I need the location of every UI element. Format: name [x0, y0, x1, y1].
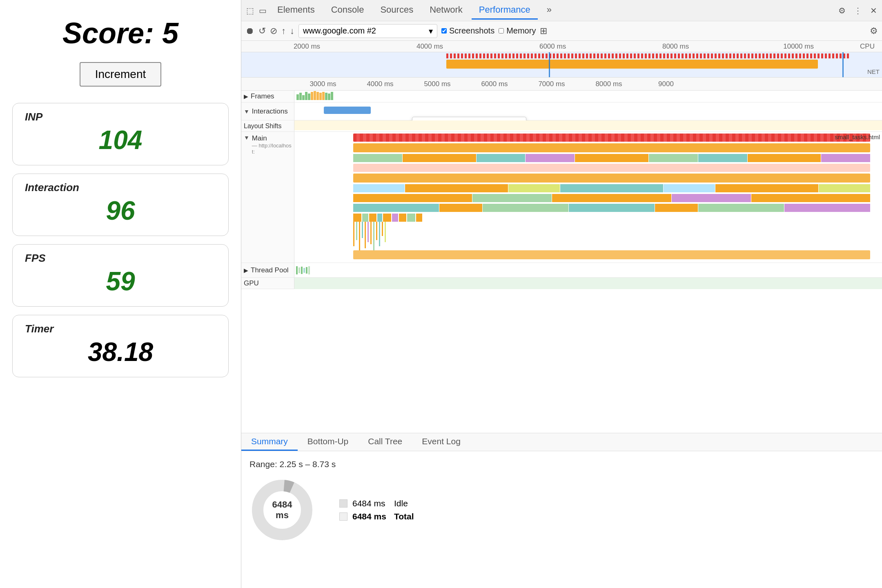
timeline-overview[interactable]: 2000 ms 4000 ms 6000 ms 8000 ms 10000 ms…: [241, 41, 882, 78]
clear-icon[interactable]: ⊘: [270, 26, 277, 36]
devtools-settings-icon[interactable]: ⚙: [870, 26, 878, 36]
download-icon[interactable]: ↓: [290, 26, 294, 36]
fps-card: FPS 59: [12, 244, 229, 307]
close-icon[interactable]: ✕: [869, 4, 879, 17]
tab-bottom-up[interactable]: Bottom-Up: [298, 433, 358, 451]
screenshots-checkbox[interactable]: [441, 28, 447, 33]
tab-event-log[interactable]: Event Log: [412, 433, 470, 451]
settings-icon[interactable]: ⚙: [837, 4, 847, 17]
tab-more[interactable]: »: [539, 1, 559, 20]
bottom-content: Range: 2.25 s – 8.73 s 6484 ms 6484 ms I…: [241, 451, 882, 588]
url-text: www.google.com #2: [303, 26, 376, 36]
layout-shifts-track-row: Layout Shifts: [241, 120, 882, 132]
thread-bar: [306, 267, 307, 274]
score-title: Score: 5: [62, 16, 178, 50]
refresh-icon[interactable]: ↺: [258, 26, 266, 36]
ruler-8000: 8000 ms: [614, 42, 737, 51]
frame-bar: [316, 92, 319, 100]
main-multicolor-2: [353, 184, 870, 192]
interaction-value: 96: [25, 196, 216, 226]
range-text: Range: 2.25 s – 8.73 s: [249, 459, 874, 469]
url-bar: www.google.com #2 ▾: [298, 24, 437, 38]
r-5000: 5000 ms: [409, 80, 466, 88]
timer-card: Timer 38.18: [12, 315, 229, 377]
tab-sources[interactable]: Sources: [373, 1, 421, 20]
fps-label: FPS: [25, 252, 216, 265]
donut-chart: 6484 ms: [249, 477, 315, 543]
main-sparse-bars: [353, 214, 870, 222]
capture-icon[interactable]: ⊞: [540, 26, 547, 36]
gpu-content: [294, 278, 882, 289]
tab-summary[interactable]: Summary: [241, 433, 298, 451]
timeline-panel[interactable]: 3000 ms 4000 ms 5000 ms 6000 ms 7000 ms …: [241, 78, 882, 433]
tab-call-tree[interactable]: Call Tree: [358, 433, 412, 451]
memory-label: Memory: [506, 26, 536, 36]
idle-label: Idle: [394, 499, 408, 508]
main-url: — http://localhost:: [252, 143, 292, 155]
memory-checkbox[interactable]: [499, 28, 504, 33]
frame-bar: [325, 93, 327, 100]
more-options-icon[interactable]: ⋮: [852, 4, 864, 17]
main-pink-row: [353, 164, 870, 172]
ruler-6000: 6000 ms: [491, 42, 614, 51]
r-8000: 8000 ms: [580, 80, 637, 88]
upload-icon[interactable]: ↑: [281, 26, 286, 36]
frames-track-row: ▶ Frames: [241, 91, 882, 102]
device-icon[interactable]: ▭: [257, 4, 268, 17]
main-multicolor-1: [353, 154, 870, 162]
memory-checkbox-label[interactable]: Memory: [499, 26, 536, 36]
score-label: Score:: [62, 17, 154, 49]
main-label-text: Main — http://localhost:: [252, 134, 292, 155]
frame-bar: [311, 92, 313, 100]
r-7000: 7000 ms: [523, 80, 580, 88]
ruler-4000: 4000 ms: [368, 42, 491, 51]
thread-bar: [298, 267, 300, 273]
interaction-tooltip: 68.10 ms Pointer Input delay 66ms Proces…: [412, 117, 526, 120]
summary-legend: 6484 ms Idle 6484 ms Total: [339, 499, 414, 521]
fps-value: 59: [25, 266, 216, 296]
interaction-label: Interaction: [25, 181, 216, 194]
inp-label: INP: [25, 111, 216, 123]
tab-performance[interactable]: Performance: [472, 1, 538, 20]
increment-button[interactable]: Increment: [80, 62, 162, 87]
url-dropdown-icon[interactable]: ▾: [429, 26, 433, 36]
screenshots-checkbox-label[interactable]: Screenshots: [441, 26, 494, 36]
main-thread-content[interactable]: small_tasks.html: [294, 132, 882, 263]
selection-start: [549, 52, 550, 78]
tab-console[interactable]: Console: [324, 1, 372, 20]
timeline-ruler: 3000 ms 4000 ms 5000 ms 6000 ms 7000 ms …: [241, 78, 882, 91]
main-bottom-yellow: [353, 250, 870, 259]
frame-bar: [299, 93, 302, 100]
interactions-content[interactable]: 68.10 ms Pointer Input delay 66ms Proces…: [294, 102, 882, 120]
devtools-icons: ⚙ ⋮ ✕: [837, 4, 879, 17]
interaction-bar-1: [324, 107, 371, 114]
total-label: Total: [394, 512, 414, 521]
bottom-tabs: Summary Bottom-Up Call Tree Event Log: [241, 433, 882, 451]
thread-bar: [308, 266, 310, 274]
selection-end: [842, 52, 844, 78]
total-color-box: [339, 512, 347, 521]
tab-elements[interactable]: Elements: [270, 1, 322, 20]
layout-shifts-content: [294, 120, 882, 130]
left-panel: Score: 5 Increment INP 104 Interaction 9…: [0, 0, 241, 588]
bottom-panel: Summary Bottom-Up Call Tree Event Log Ra…: [241, 433, 882, 588]
main-multicolor-3: [353, 194, 870, 202]
summary-content: 6484 ms 6484 ms Idle 6484 ms Total: [249, 477, 874, 543]
frame-bar: [319, 93, 322, 100]
interactions-track-row: ▼ Interactions 68.10 ms Pointer Input de…: [241, 102, 882, 120]
screenshots-label: Screenshots: [449, 26, 494, 36]
devtools-panel: ⬚ ▭ Elements Console Sources Network Per…: [241, 0, 882, 588]
devtools-toolbar: ⏺ ↺ ⊘ ↑ ↓ www.google.com #2 ▾ Screenshot…: [241, 21, 882, 41]
devtools-topbar: ⬚ ▭ Elements Console Sources Network Per…: [241, 0, 882, 21]
record-icon[interactable]: ⏺: [245, 26, 254, 36]
main-vertical-tasks: [353, 222, 870, 254]
cpu-label: CPU: [860, 42, 878, 51]
frame-bars: [294, 91, 882, 102]
frame-bar: [322, 92, 325, 100]
net-label: NET: [867, 68, 880, 75]
tab-network[interactable]: Network: [422, 1, 470, 20]
score-value: 5: [162, 17, 178, 49]
gpu-label: GPU: [241, 278, 294, 289]
inspect-icon[interactable]: ⬚: [245, 4, 256, 17]
thread-pool-track-row: ▶ Thread Pool: [241, 263, 882, 278]
